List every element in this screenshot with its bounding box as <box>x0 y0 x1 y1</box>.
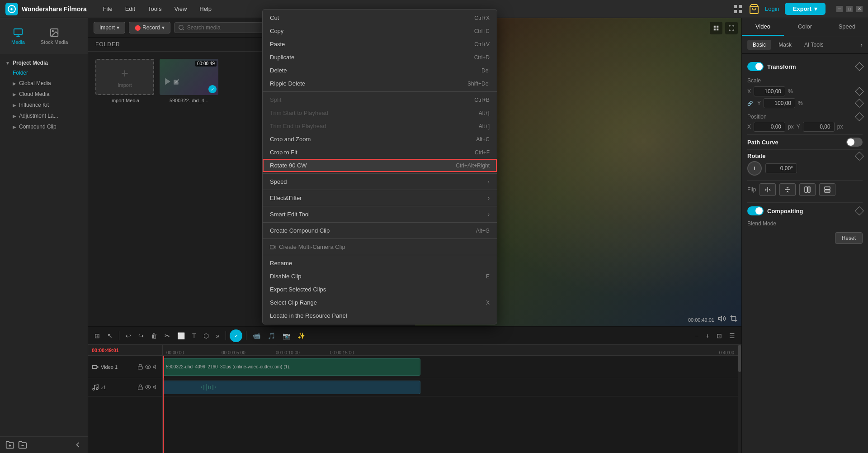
ctx-sep-3 <box>263 190 497 190</box>
ctx-create-multicam[interactable]: Create Multi-Camera Clip <box>263 240 497 253</box>
ctx-sep-2 <box>263 173 497 174</box>
camera-icon <box>270 244 276 250</box>
ctx-select-range[interactable]: Select Clip Range X <box>263 296 497 309</box>
ctx-sep-4 <box>263 206 497 206</box>
ctx-crop-fit[interactable]: Crop to Fit Ctrl+F <box>263 146 497 159</box>
ctx-speed[interactable]: Speed › <box>263 175 497 188</box>
ctx-ripple-delete[interactable]: Ripple Delete Shift+Del <box>263 77 497 90</box>
ctx-export-clips[interactable]: Export Selected Clips <box>263 283 497 296</box>
ctx-disable-clip[interactable]: Disable Clip E <box>263 270 497 283</box>
ctx-crop-zoom[interactable]: Crop and Zoom Alt+C <box>263 133 497 146</box>
ctx-sep-5 <box>263 222 497 223</box>
ctx-locate-resource[interactable]: Locate in the Resource Panel <box>263 309 497 322</box>
context-menu: Cut Ctrl+X Copy Ctrl+C Paste Ctrl+V Dupl… <box>262 9 497 324</box>
ctx-duplicate[interactable]: Duplicate Ctrl+D <box>263 51 497 64</box>
ctx-smart-edit[interactable]: Smart Edit Tool › <box>263 208 497 221</box>
ctx-sep-6 <box>263 238 497 239</box>
ctx-rotate-90cw[interactable]: Rotate 90 CW Ctrl+Alt+Right <box>263 159 497 172</box>
ctx-delete[interactable]: Delete Del <box>263 64 497 77</box>
svg-rect-41 <box>270 245 274 248</box>
ctx-paste[interactable]: Paste Ctrl+V <box>263 38 497 51</box>
ctx-copy[interactable]: Copy Ctrl+C <box>263 24 497 38</box>
ctx-sep-7 <box>263 255 497 255</box>
ctx-create-compound[interactable]: Create Compound Clip Alt+G <box>263 224 497 237</box>
ctx-rename[interactable]: Rename <box>263 257 497 270</box>
ctx-trim-start: Trim Start to Playhead Alt+[ <box>263 106 497 119</box>
ctx-effect-filter[interactable]: Effect&Filter › <box>263 191 497 205</box>
ctx-split: Split Ctrl+B <box>263 93 497 106</box>
ctx-sep-1 <box>263 91 497 92</box>
ctx-trim-end: Trim End to Playhead Alt+] <box>263 119 497 133</box>
ctx-cut[interactable]: Cut Ctrl+X <box>263 11 497 24</box>
